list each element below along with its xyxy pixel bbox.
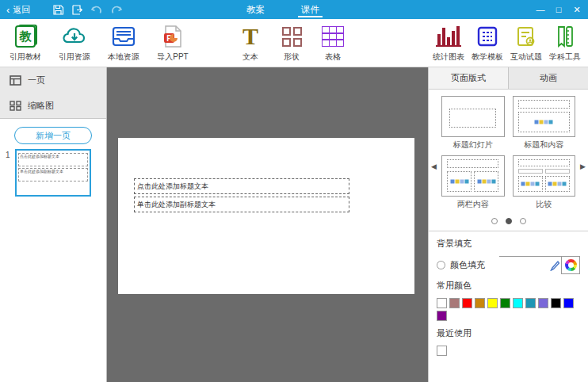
template-two-column[interactable]: 两栏内容 <box>441 155 505 210</box>
thumb-subtitle-placeholder: 单击此处添加副标题文本 <box>18 168 88 181</box>
fill-color-input[interactable] <box>499 256 580 273</box>
recent-colors-section: 最近使用 <box>429 321 588 356</box>
subtitle-placeholder[interactable]: 单击此处添加副标题文本 <box>134 197 349 212</box>
save-icon[interactable] <box>52 4 64 16</box>
template-preview <box>513 155 576 197</box>
tab-lesson-plan[interactable]: 教案 <box>242 0 269 19</box>
template-icon <box>476 24 498 49</box>
slide-page[interactable]: 点击此处添加标题文本 单击此处添加副标题文本 <box>118 138 414 294</box>
import-ppt-button[interactable]: P 导入PPT <box>154 24 192 63</box>
teaching-template-button[interactable]: 教学模板 <box>469 24 506 63</box>
single-page-layout-icon <box>10 75 21 86</box>
thumb-title-placeholder: 点击此处添加标题文本 <box>18 153 88 166</box>
color-wheel-icon <box>565 259 577 271</box>
interactive-quiz-button[interactable]: 互动试题 <box>508 24 544 63</box>
maximize-button[interactable]: □ <box>552 6 565 14</box>
color-swatch[interactable] <box>500 298 510 308</box>
panel-tabs: 页面版式 动画 <box>429 67 588 90</box>
ruler-icon <box>556 24 575 49</box>
slides-sidebar: 一页 缩略图 新增一页 1 点击此处添加标题文本 单击此处添加副标题文本 <box>0 67 107 382</box>
textbook-icon: 教 <box>15 24 36 49</box>
title-placeholder[interactable]: 点击此处添加标题文本 <box>134 178 349 194</box>
recent-colors-title: 最近使用 <box>437 327 580 339</box>
color-swatch[interactable] <box>437 346 447 356</box>
thumbnails-grid-icon <box>10 101 21 111</box>
insert-table-button[interactable]: 表格 <box>317 24 349 63</box>
template-preview <box>441 96 505 137</box>
back-label: 返回 <box>13 4 30 16</box>
color-picker-button[interactable] <box>561 256 580 274</box>
charts-button[interactable]: 统计图表 <box>430 24 467 63</box>
quiz-doc-icon <box>515 24 537 49</box>
cite-textbook-button[interactable]: 教 引用教材 <box>6 24 44 63</box>
export-icon[interactable] <box>71 4 83 16</box>
color-fill-label: 颜色填充 <box>450 259 485 271</box>
editor-canvas[interactable]: 点击此处添加标题文本 单击此处添加副标题文本 <box>107 67 428 382</box>
color-swatch[interactable] <box>475 298 485 308</box>
text-icon: T <box>242 24 258 49</box>
tab-page-layout[interactable]: 页面版式 <box>429 67 508 89</box>
fill-color-preview[interactable] <box>499 257 548 273</box>
slide-thumbnail[interactable]: 点击此处添加标题文本 单击此处添加副标题文本 <box>15 149 91 197</box>
tab-courseware[interactable]: 课件 <box>296 0 324 19</box>
template-title-and-content[interactable]: 标题和内容 <box>513 96 576 151</box>
template-title-slide[interactable]: 标题幻灯片 <box>441 96 505 151</box>
minimize-button[interactable]: — <box>534 6 547 14</box>
view-switcher: 一页 缩略图 <box>0 67 106 119</box>
color-swatch[interactable] <box>551 298 561 308</box>
color-fill-radio[interactable] <box>437 261 445 269</box>
color-swatch[interactable] <box>487 298 498 308</box>
eyedropper-icon[interactable] <box>548 257 561 273</box>
tab-animation[interactable]: 动画 <box>508 67 588 89</box>
color-swatch[interactable] <box>525 298 536 308</box>
insert-shape-button[interactable]: 形状 <box>276 24 307 63</box>
color-swatch[interactable] <box>462 298 472 308</box>
color-swatch[interactable] <box>513 298 523 308</box>
toolbar-group-import: 教 引用教材 引用资源 本地资源 P 导入PPT <box>6 24 192 63</box>
recent-colors-swatches <box>437 346 580 356</box>
shapes-icon <box>282 24 302 49</box>
insert-text-button[interactable]: T 文本 <box>235 24 266 63</box>
pagination-dot[interactable] <box>506 218 512 224</box>
local-resource-button[interactable]: 本地资源 <box>105 24 143 63</box>
color-swatch[interactable] <box>437 298 447 308</box>
ppt-file-icon: P <box>162 24 183 49</box>
template-comparison[interactable]: 比较 <box>513 155 576 210</box>
color-swatch[interactable] <box>563 298 574 308</box>
cloud-download-icon <box>61 24 88 49</box>
mode-tabs: 教案 课件 <box>242 0 324 19</box>
redo-icon[interactable] <box>110 4 123 15</box>
slide-number: 1 <box>6 151 10 159</box>
table-icon <box>323 24 344 49</box>
template-preview <box>513 96 576 137</box>
undo-icon[interactable] <box>90 4 103 15</box>
carousel-pagination <box>441 218 575 224</box>
file-actions <box>52 4 123 16</box>
pagination-dot[interactable] <box>520 218 526 224</box>
cite-resource-button[interactable]: 引用资源 <box>55 24 94 63</box>
close-button[interactable]: ✕ <box>571 6 583 14</box>
scroll-left-icon[interactable]: ◀ <box>431 162 437 170</box>
common-colors-title: 常用颜色 <box>437 280 580 292</box>
color-swatch[interactable] <box>449 298 460 308</box>
toolbar: 教 引用教材 引用资源 本地资源 P 导入PPT T 文本 <box>0 19 588 67</box>
color-swatch[interactable] <box>437 311 447 321</box>
color-swatch[interactable] <box>538 298 548 308</box>
scroll-right-icon[interactable]: ▶ <box>580 162 586 170</box>
add-page-button[interactable]: 新增一页 <box>14 127 92 144</box>
pagination-dot[interactable] <box>491 218 498 224</box>
view-label: 缩略图 <box>28 100 54 112</box>
toolbar-group-tools: 统计图表 教学模板 互动试题 学科工具 <box>430 24 583 63</box>
background-fill-section: 背景填充 颜色填充 <box>429 231 588 273</box>
back-button[interactable]: ‹ 返回 <box>0 4 38 16</box>
subject-tools-button[interactable]: 学科工具 <box>547 24 583 63</box>
titlebar: ‹ 返回 教案 课件 — □ ✕ <box>0 0 588 19</box>
view-single-page[interactable]: 一页 <box>0 67 106 93</box>
common-colors-swatches <box>437 298 580 321</box>
view-label: 一页 <box>28 74 45 86</box>
window-controls: — □ ✕ <box>534 0 583 19</box>
toolbar-group-insert: T 文本 形状 表格 <box>235 24 349 63</box>
properties-panel: 页面版式 动画 ◀ ▶ 标题幻灯片 标题和内容 <box>428 67 588 382</box>
view-thumbnails[interactable]: 缩略图 <box>0 93 106 118</box>
inbox-tray-icon <box>111 24 136 49</box>
